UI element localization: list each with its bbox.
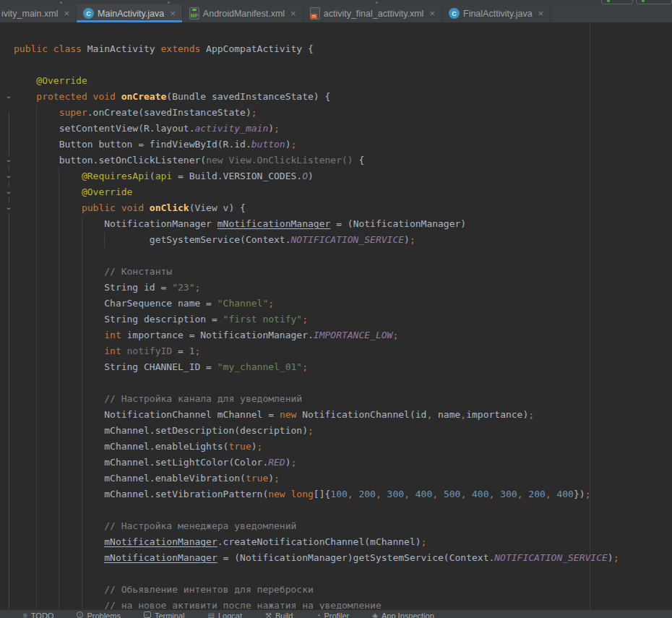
code-token: getSystemService(Context. [150, 234, 291, 245]
toolwindow-button-todo[interactable]: ≡TODO [23, 611, 53, 618]
run-icon [607, 0, 610, 2]
toolwindow-button-profiler[interactable]: ◔Profiler [316, 611, 349, 618]
code-line[interactable]: // на новое активити после нажатия на ув… [14, 598, 619, 609]
code-line[interactable]: @Override [14, 184, 619, 200]
toolbar-dot [60, 1, 62, 4]
code-line[interactable]: setContentView(R.layout.activity_main); [14, 121, 619, 137]
code-token: 200 [528, 489, 545, 499]
code-line[interactable]: mChannel.enableVibration(true); [14, 471, 619, 486]
code-token: mChannel.setDescription(description) [104, 425, 308, 436]
code-token: int [104, 330, 121, 340]
tab-close-icon[interactable]: × [64, 9, 70, 18]
code-token: NOTIFICATION_SERVICE [494, 552, 608, 563]
profiler-icon: ◔ [316, 611, 320, 618]
code-token: ; [421, 536, 427, 547]
code-token: @Override [36, 75, 87, 86]
code-line[interactable]: protected void onCreate(Bundle savedInst… [14, 89, 619, 105]
editor-tab-androidmanifest-xml[interactable]: MFAndroidManifest.xml× [183, 4, 303, 22]
code-line[interactable]: getSystemService(Context.NOTIFICATION_SE… [14, 232, 619, 248]
code-line[interactable]: // Настройка канала для уведомлений [14, 391, 619, 407]
editor-tab-mainactivity-java[interactable]: CMainActivity.java× [77, 4, 183, 22]
code-token: ) [268, 123, 274, 134]
toolwindow-button-app-inspection[interactable]: ◈App Inspection [372, 611, 434, 618]
code-line[interactable]: // Настройка менеджера уведомлений [14, 518, 619, 534]
code-line[interactable]: NotificationChannel mChannel = new Notif… [14, 407, 619, 423]
editor-tab-activity-final-acttivity-xml[interactable]: activity_final_acttivity.xml× [303, 4, 442, 22]
code-token: 400 [415, 489, 432, 499]
code-line[interactable]: mNotificationManager.createNotificationC… [14, 534, 619, 550]
code-editor[interactable]: ⌄⌄⌄⌄⌄ public class MainActivity extends … [0, 23, 672, 609]
code-token: ; [268, 298, 274, 309]
build-icon: ⚒ [265, 611, 272, 618]
code-token: onCreate [121, 91, 167, 102]
java-class-icon: C [83, 8, 94, 19]
code-line[interactable] [14, 375, 619, 391]
code-token: mChannel.setLightColor(Color. [104, 457, 268, 468]
code-line[interactable]: @Override [14, 73, 619, 89]
app-inspection-icon: ◈ [372, 611, 378, 618]
toolwindow-button-terminal[interactable]: >_Terminal [144, 611, 185, 618]
code-line[interactable]: Button button = findViewById(R.id.button… [14, 137, 619, 153]
code-line[interactable]: mChannel.setLightColor(Color.RED); [14, 455, 619, 471]
code-token: ; [392, 330, 398, 340]
code-line[interactable]: String CHANNEL_ID = "my_channel_01"; [14, 359, 619, 375]
code-line[interactable]: @RequiresApi(api = Build.VERSION_CODES.O… [14, 168, 619, 184]
code-line[interactable]: mNotificationManager = (NotificationMana… [14, 550, 619, 566]
tab-close-icon[interactable]: × [170, 9, 176, 18]
tab-close-icon[interactable]: × [538, 9, 544, 18]
terminal-icon: >_ [144, 611, 151, 618]
toolwindow-label: TODO [31, 611, 54, 618]
code-token: "first notify" [223, 314, 303, 325]
editor-tab-ivity-main-xml[interactable]: ivity_main.xml× [0, 4, 77, 22]
code-line[interactable]: mChannel.setVibrationPattern(new long[]{… [14, 486, 619, 502]
toolwindow-label: Profiler [324, 611, 349, 618]
tab-close-icon[interactable]: × [290, 9, 296, 18]
code-token: ; [291, 457, 297, 468]
toolwindow-button-problems[interactable]: !Problems [77, 611, 120, 618]
code-line[interactable]: super.onCreate(savedInstanceState); [14, 105, 619, 121]
code-token: { [358, 155, 364, 166]
code-token: String description = [104, 314, 223, 325]
code-token: name [432, 409, 460, 420]
code-line[interactable] [14, 566, 619, 582]
code-line[interactable]: mChannel.setDescription(description); [14, 423, 619, 439]
tab-close-icon[interactable]: × [429, 9, 435, 18]
code-line[interactable]: button.setOnClickListener(new View.OnCli… [14, 153, 619, 168]
toolwindow-button-build[interactable]: ⚒Build [265, 611, 293, 618]
code-token: ) [608, 552, 613, 563]
code-line[interactable] [14, 248, 619, 264]
code-line[interactable]: CharSequence name = "Channel"; [14, 296, 619, 312]
code-token [494, 489, 500, 499]
code-line[interactable]: // Константы [14, 264, 619, 280]
code-line[interactable]: NotificationManager mNotificationManager… [14, 216, 619, 232]
code-token [116, 91, 121, 102]
android-manifest-icon: MF [189, 7, 199, 20]
code-line[interactable]: int notifyID = 1; [14, 343, 619, 359]
toolwindow-label: Problems [87, 611, 120, 618]
code-token: 300 [500, 489, 517, 499]
code-token: 500 [444, 489, 460, 499]
code-token: int [104, 346, 121, 356]
code-line[interactable] [14, 57, 619, 73]
code-token: ; [274, 123, 280, 134]
toolwindow-button-logcat[interactable]: ▤Logcat [207, 611, 241, 618]
editor-tab-finalacttivity-java[interactable]: CFinalActtivity.java× [442, 4, 551, 22]
code-token: mChannel.enableLights( [104, 441, 228, 452]
code-token: ; [194, 346, 200, 356]
code-token: new [280, 409, 296, 420]
code-line[interactable] [14, 502, 619, 518]
code-line[interactable]: String id = "23"; [14, 280, 619, 296]
code-token: @Override [82, 186, 132, 197]
problems-icon: ! [77, 611, 83, 618]
code-line[interactable]: public void onClick(View v) { [14, 200, 619, 216]
code-area[interactable]: public class MainActivity extends AppCom… [0, 41, 619, 609]
code-line[interactable]: int importance = NotificationManager.IMP… [14, 327, 619, 343]
code-line[interactable]: mChannel.enableLights(true); [14, 439, 619, 455]
toolwindow-label: Build [275, 611, 293, 618]
code-line[interactable]: // Обьявление интентов для переброски [14, 582, 619, 598]
code-token: protected void [36, 91, 116, 102]
code-line[interactable]: public class MainActivity extends AppCom… [14, 41, 619, 57]
code-token: }) [574, 489, 585, 499]
code-line[interactable]: String description = "first notify"; [14, 312, 619, 327]
code-token: = (NotificationManager) [330, 218, 466, 229]
